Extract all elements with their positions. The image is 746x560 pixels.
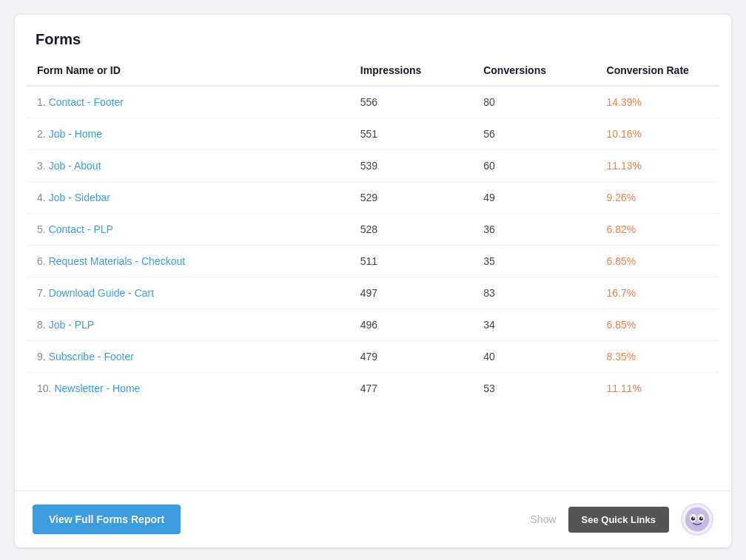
table-row: 6.Request Materials - Checkout511356.85% bbox=[27, 246, 719, 277]
cell-impressions: 556 bbox=[350, 86, 473, 118]
cell-rate: 8.35% bbox=[597, 341, 719, 373]
form-link[interactable]: Job - Sidebar bbox=[49, 192, 110, 203]
widget-footer: View Full Forms Report Show See Quick Li… bbox=[15, 490, 731, 547]
cell-conversions: 83 bbox=[473, 277, 596, 309]
footer-right: Show See Quick Links bbox=[531, 503, 713, 536]
show-label: Show bbox=[531, 513, 557, 525]
cell-conversions: 60 bbox=[473, 150, 596, 182]
table-body: 1.Contact - Footer5568014.39%2.Job - Hom… bbox=[27, 86, 719, 404]
cell-impressions: 479 bbox=[350, 341, 473, 373]
svg-point-6 bbox=[701, 517, 702, 519]
cell-conversions: 40 bbox=[473, 341, 596, 373]
cell-rate: 6.85% bbox=[597, 309, 719, 341]
row-number: 5. bbox=[37, 223, 46, 235]
cell-rate: 6.82% bbox=[597, 214, 719, 246]
row-number: 10. bbox=[37, 382, 51, 394]
row-number: 7. bbox=[37, 287, 46, 299]
table-row: 3.Job - About5396011.13% bbox=[27, 150, 719, 182]
cell-rate: 6.85% bbox=[597, 246, 719, 277]
cell-conversions: 80 bbox=[473, 86, 596, 118]
cell-impressions: 528 bbox=[350, 214, 473, 246]
cell-conversions: 35 bbox=[473, 246, 596, 277]
cell-conversions: 56 bbox=[473, 118, 596, 150]
cell-impressions: 496 bbox=[350, 309, 473, 341]
avatar-icon[interactable] bbox=[681, 503, 713, 536]
row-number: 1. bbox=[37, 96, 46, 108]
cell-conversions: 49 bbox=[473, 182, 596, 214]
cell-rate: 10.16% bbox=[597, 118, 719, 150]
row-number: 3. bbox=[37, 160, 46, 172]
table-row: 1.Contact - Footer5568014.39% bbox=[27, 86, 719, 118]
cell-name: 3.Job - About bbox=[27, 150, 350, 182]
cell-name: 6.Request Materials - Checkout bbox=[27, 246, 350, 277]
conversion-rate-value: 6.85% bbox=[607, 255, 636, 267]
cell-rate: 11.13% bbox=[597, 150, 719, 182]
row-number: 2. bbox=[37, 128, 46, 140]
conversion-rate-value: 10.16% bbox=[607, 128, 642, 140]
view-full-report-button[interactable]: View Full Forms Report bbox=[33, 505, 181, 534]
conversion-rate-value: 11.11% bbox=[607, 382, 642, 394]
cell-impressions: 497 bbox=[350, 277, 473, 309]
cell-impressions: 539 bbox=[350, 150, 473, 182]
cell-rate: 9.26% bbox=[597, 182, 719, 214]
svg-point-0 bbox=[685, 507, 709, 531]
cell-rate: 16.7% bbox=[597, 277, 719, 309]
conversion-rate-value: 14.39% bbox=[607, 96, 642, 108]
table-row: 5.Contact - PLP528366.82% bbox=[27, 214, 719, 246]
cell-name: 1.Contact - Footer bbox=[27, 86, 350, 118]
row-number: 8. bbox=[37, 319, 46, 331]
conversion-rate-value: 9.26% bbox=[607, 192, 636, 203]
cell-name: 8.Job - PLP bbox=[27, 309, 350, 341]
forms-widget: Forms Form Name or ID Impressions Conver… bbox=[15, 15, 731, 547]
table-header: Form Name or ID Impressions Conversions … bbox=[27, 55, 719, 86]
form-link[interactable]: Job - PLP bbox=[49, 319, 94, 331]
header-rate: Conversion Rate bbox=[597, 55, 719, 86]
row-number: 9. bbox=[37, 351, 46, 362]
table-row: 8.Job - PLP496346.85% bbox=[27, 309, 719, 341]
forms-table: Form Name or ID Impressions Conversions … bbox=[27, 55, 719, 404]
form-link[interactable]: Contact - Footer bbox=[49, 96, 124, 108]
form-link[interactable]: Subscribe - Footer bbox=[49, 351, 134, 362]
widget-header: Forms bbox=[15, 15, 731, 55]
conversion-rate-value: 6.82% bbox=[607, 223, 636, 235]
conversion-rate-value: 8.35% bbox=[607, 351, 636, 362]
quick-links-button[interactable]: See Quick Links bbox=[568, 507, 669, 533]
cell-impressions: 551 bbox=[350, 118, 473, 150]
cell-name: 2.Job - Home bbox=[27, 118, 350, 150]
table-row: 10.Newsletter - Home4775311.11% bbox=[27, 373, 719, 405]
table-row: 7.Download Guide - Cart4978316.7% bbox=[27, 277, 719, 309]
table-wrapper: Form Name or ID Impressions Conversions … bbox=[15, 55, 731, 488]
form-link[interactable]: Job - Home bbox=[49, 128, 102, 140]
cell-name: 5.Contact - PLP bbox=[27, 214, 350, 246]
svg-point-5 bbox=[693, 517, 695, 519]
conversion-rate-value: 11.13% bbox=[607, 160, 642, 172]
cell-conversions: 34 bbox=[473, 309, 596, 341]
cell-conversions: 36 bbox=[473, 214, 596, 246]
table-row: 4.Job - Sidebar529499.26% bbox=[27, 182, 719, 214]
cell-rate: 11.11% bbox=[597, 373, 719, 405]
svg-point-3 bbox=[691, 516, 695, 520]
cell-impressions: 511 bbox=[350, 246, 473, 277]
row-number: 4. bbox=[37, 192, 46, 203]
form-link[interactable]: Newsletter - Home bbox=[54, 382, 140, 394]
svg-point-4 bbox=[699, 516, 703, 520]
form-link[interactable]: Contact - PLP bbox=[49, 223, 113, 235]
cell-name: 10.Newsletter - Home bbox=[27, 373, 350, 405]
form-link[interactable]: Download Guide - Cart bbox=[49, 287, 154, 299]
header-name: Form Name or ID bbox=[27, 55, 350, 86]
cell-name: 9.Subscribe - Footer bbox=[27, 341, 350, 373]
cell-name: 4.Job - Sidebar bbox=[27, 182, 350, 214]
form-link[interactable]: Job - About bbox=[49, 160, 101, 172]
cell-name: 7.Download Guide - Cart bbox=[27, 277, 350, 309]
form-link[interactable]: Request Materials - Checkout bbox=[49, 255, 185, 267]
row-number: 6. bbox=[37, 255, 46, 267]
conversion-rate-value: 6.85% bbox=[607, 319, 636, 331]
conversion-rate-value: 16.7% bbox=[607, 287, 636, 299]
cell-rate: 14.39% bbox=[597, 86, 719, 118]
cell-conversions: 53 bbox=[473, 373, 596, 405]
table-row: 9.Subscribe - Footer479408.35% bbox=[27, 341, 719, 373]
header-conversions: Conversions bbox=[473, 55, 596, 86]
widget-title: Forms bbox=[36, 31, 710, 48]
table-row: 2.Job - Home5515610.16% bbox=[27, 118, 719, 150]
cell-impressions: 529 bbox=[350, 182, 473, 214]
